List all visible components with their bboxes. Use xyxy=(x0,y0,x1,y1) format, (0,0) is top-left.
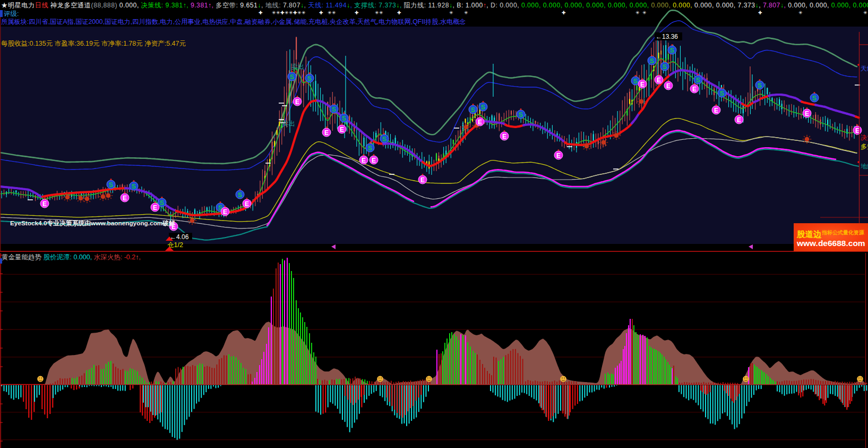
svg-text:✳: ✳ xyxy=(332,10,336,15)
svg-text:E: E xyxy=(42,200,47,208)
svg-text:S: S xyxy=(481,104,485,111)
svg-text:S: S xyxy=(471,106,475,114)
svg-text:S: S xyxy=(650,57,654,65)
svg-text:S: S xyxy=(663,63,667,71)
svg-text:S: S xyxy=(696,77,700,84)
svg-text:✚: ✚ xyxy=(562,10,566,15)
svg-text:✳: ✳ xyxy=(272,10,276,15)
svg-text:E: E xyxy=(245,200,249,208)
svg-text:决策: 决策 xyxy=(861,134,868,141)
svg-text:S: S xyxy=(720,90,724,97)
svg-text:每股收益:0.135元 市盈率:36.19元 市净率:1.7: 每股收益:0.135元 市盈率:36.19元 市净率:1.78元 净资产:5.4… xyxy=(1,40,186,47)
svg-text:✳: ✳ xyxy=(289,10,293,15)
svg-text:S: S xyxy=(519,111,523,119)
svg-text:S: S xyxy=(368,145,372,152)
svg-text:✚: ✚ xyxy=(397,10,401,15)
svg-text:S: S xyxy=(633,78,638,85)
svg-text:✳: ✳ xyxy=(635,10,640,15)
svg-text:E: E xyxy=(666,82,671,90)
svg-text:S: S xyxy=(332,106,336,113)
svg-text:✳: ✳ xyxy=(379,10,383,15)
svg-text:S: S xyxy=(160,199,164,207)
svg-text:E: E xyxy=(714,107,718,114)
svg-text:✳: ✳ xyxy=(449,10,453,15)
svg-text:评级:: 评级: xyxy=(4,10,19,18)
svg-text:EyeStock4.0专业决策系统由www.baonengy: EyeStock4.0专业决策系统由www.baonengyong.com破解 xyxy=(10,219,175,227)
svg-text:✚: ✚ xyxy=(319,10,323,15)
svg-text:✳: ✳ xyxy=(798,10,803,15)
svg-text:S: S xyxy=(290,73,294,81)
svg-text:指标公式量化资源: 指标公式量化资源 xyxy=(821,230,864,235)
svg-text:✳: ✳ xyxy=(285,10,289,15)
svg-text:S: S xyxy=(382,136,386,143)
svg-text:S: S xyxy=(342,115,346,122)
svg-text:E: E xyxy=(556,152,561,159)
svg-text:E: E xyxy=(502,133,506,140)
svg-text:←4.06: ←4.06 xyxy=(170,233,189,241)
svg-text:所属板块:四川省,国证A指,国证2000,国证电力,四川指数: 所属板块:四川省,国证A指,国证2000,国证电力,四川指数,电力,公用事业,电… xyxy=(1,18,466,26)
svg-text:✚: ✚ xyxy=(293,10,297,15)
svg-text:多空: 多空 xyxy=(861,143,868,150)
svg-text:E: E xyxy=(123,195,127,202)
svg-text:S: S xyxy=(132,183,136,190)
svg-text:E: E xyxy=(223,208,227,216)
svg-text:E: E xyxy=(737,116,741,124)
svg-text:S: S xyxy=(758,82,762,89)
svg-text:✳: ✳ xyxy=(276,10,280,15)
svg-text:✚: ✚ xyxy=(259,10,263,15)
svg-text:✳: ✳ xyxy=(328,10,332,15)
svg-text:✳: ✳ xyxy=(464,10,468,15)
svg-text:E: E xyxy=(295,98,299,106)
svg-text:卖出: 卖出 xyxy=(282,120,295,128)
svg-text:卖出: 卖出 xyxy=(291,63,304,71)
svg-text:✳: ✳ xyxy=(642,10,647,15)
svg-text:股道边: 股道边 xyxy=(796,230,822,239)
svg-text:www.de6688.com: www.de6688.com xyxy=(796,239,865,248)
svg-text:S: S xyxy=(812,95,817,102)
svg-text:S: S xyxy=(238,191,242,199)
svg-text:E: E xyxy=(478,119,482,126)
svg-text:天线: 天线 xyxy=(861,65,868,72)
svg-text:✚: ✚ xyxy=(355,10,359,15)
svg-text:✚: ✚ xyxy=(280,10,285,15)
svg-text:✳: ✳ xyxy=(375,10,379,15)
svg-text:S: S xyxy=(307,75,312,82)
svg-text:✚: ✚ xyxy=(758,10,762,15)
svg-text:✳: ✳ xyxy=(863,10,867,15)
svg-text:E: E xyxy=(420,176,425,184)
svg-text:E: E xyxy=(324,129,329,137)
svg-text:★明星电力日线 神龙多空通道(88,888) 0.000,: ★明星电力日线 神龙多空通道(88,888) 0.000, 决策线: 9.381… xyxy=(1,2,868,9)
svg-text:←13.36: ←13.36 xyxy=(656,33,678,40)
svg-text:E: E xyxy=(805,110,809,117)
svg-text:E: E xyxy=(657,77,661,84)
svg-text:E: E xyxy=(692,86,697,93)
svg-text:地线: 地线 xyxy=(861,163,868,170)
svg-text:S: S xyxy=(109,181,113,189)
svg-text:黄金量能趋势 股价泥潭: 0.000, 水深火热: -0.2: 黄金量能趋势 股价泥潭: 0.000, 水深火热: -0.2↑, xyxy=(2,253,141,261)
svg-text:E: E xyxy=(340,126,344,133)
svg-text:E: E xyxy=(153,204,157,212)
svg-text:E: E xyxy=(855,127,860,134)
svg-text:E: E xyxy=(362,157,366,164)
svg-text:E: E xyxy=(640,81,644,88)
svg-text:✳: ✳ xyxy=(297,10,302,15)
svg-text:E: E xyxy=(372,157,376,164)
svg-text:S: S xyxy=(670,47,674,54)
svg-text:✳: ✳ xyxy=(302,10,306,15)
